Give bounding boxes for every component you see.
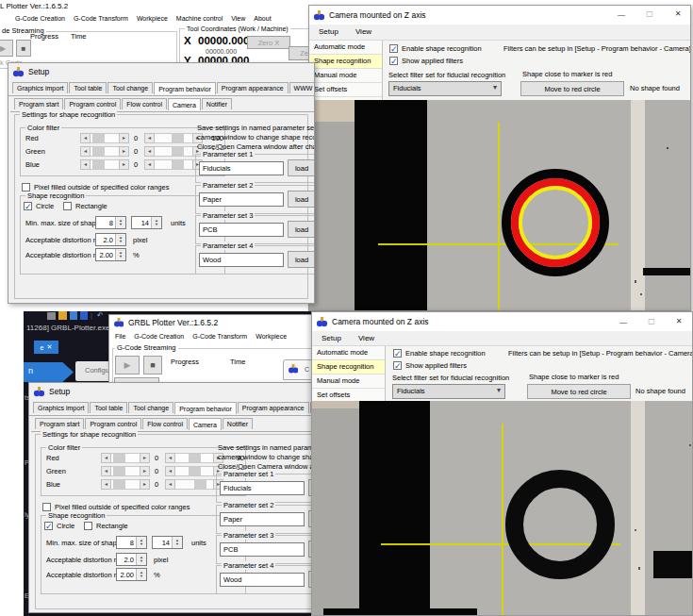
sidebar-item-automatic-mode[interactable]: Automatic mode xyxy=(312,346,385,360)
close-icon[interactable]: ✕ xyxy=(47,343,53,351)
arrow-right-icon[interactable]: ▸ xyxy=(140,479,150,490)
sidebar-item-set-offsets[interactable]: Set offsets xyxy=(309,83,382,97)
camera1-menu-view[interactable]: View xyxy=(355,27,371,37)
tab-tool-change[interactable]: Tool change xyxy=(128,402,173,413)
param-set-4-input[interactable]: Wood xyxy=(199,253,284,267)
menu-gcode-creation[interactable]: G-Code Creation xyxy=(15,15,65,22)
arrow-left-icon[interactable]: ◂ xyxy=(144,146,155,157)
spin-down-icon[interactable]: ▼ xyxy=(140,542,143,546)
dist-min-spinner[interactable]: 2.0▲▼ xyxy=(95,233,126,246)
play-button[interactable]: ▶ xyxy=(0,40,13,57)
size-max-spinner[interactable]: 14▲▼ xyxy=(152,536,183,549)
sidebar-item-manual-mode[interactable]: Manual mode xyxy=(309,69,382,83)
circle-checkbox[interactable]: ✓ xyxy=(24,202,32,210)
spin-down-icon[interactable]: ▼ xyxy=(119,240,123,243)
blue-low-slider[interactable]: ◂▸ xyxy=(101,479,150,490)
stop-button[interactable]: ■ xyxy=(16,40,31,57)
tab-tool-change[interactable]: Tool change xyxy=(107,82,153,93)
subtab-program-control[interactable]: Program control xyxy=(64,98,121,109)
red-low-slider[interactable]: ◂▸ xyxy=(80,133,129,143)
arrow-right-icon[interactable]: ▸ xyxy=(119,159,129,170)
arrow-left-icon[interactable]: ◂ xyxy=(80,146,91,157)
menu-gcode-creation[interactable]: G-Code Creation xyxy=(134,333,184,340)
green-high-slider[interactable]: ◂▸ xyxy=(165,466,223,476)
maximize-icon[interactable]: ▢ xyxy=(644,317,659,325)
pixel-filled-checkbox[interactable] xyxy=(22,183,30,191)
green-low-slider[interactable]: ◂▸ xyxy=(80,146,129,157)
arrow-left-icon[interactable]: ◂ xyxy=(165,466,175,476)
menu-gcode-transform[interactable]: G-Code Transform xyxy=(192,333,247,340)
circle-checkbox[interactable]: ✓ xyxy=(44,522,53,530)
param-set-3-load-button[interactable]: load xyxy=(288,221,315,238)
menu-gcode-transform[interactable]: G-Code Transform xyxy=(74,15,128,22)
save-icon[interactable] xyxy=(70,311,77,320)
param-set-2-input[interactable]: Paper xyxy=(199,192,284,207)
play-button[interactable]: ▶ xyxy=(115,356,140,375)
camera1-menu-setup[interactable]: Setup xyxy=(319,27,338,37)
tab-tool-table[interactable]: Tool table xyxy=(69,82,107,93)
param-set-2-load-button[interactable]: load xyxy=(288,191,315,208)
ide-toolbar-icon[interactable] xyxy=(47,312,56,320)
subtab-camera[interactable]: Camera xyxy=(189,418,222,430)
minimize-icon[interactable]: — xyxy=(614,10,629,19)
param-set-4-load-button[interactable]: load xyxy=(288,251,315,268)
arrow-left-icon[interactable]: ◂ xyxy=(101,479,111,490)
zero-x-button[interactable]: Zero X xyxy=(247,36,290,49)
move-to-red-circle-button[interactable]: Move to red circle xyxy=(527,384,631,399)
minimize-icon[interactable]: — xyxy=(616,318,631,326)
param-set-2-input[interactable]: Paper xyxy=(220,512,305,526)
dist-max-spinner[interactable]: 2.00▲▼ xyxy=(95,248,126,261)
param-set-3-input[interactable]: PCB xyxy=(220,542,305,557)
move-to-red-circle-button[interactable]: Move to red circle xyxy=(520,81,624,96)
arrow-left-icon[interactable]: ◂ xyxy=(165,479,175,490)
size-min-spinner[interactable]: 8▲▼ xyxy=(95,216,126,229)
arrow-right-icon[interactable]: ▸ xyxy=(140,453,150,463)
arrow-left-icon[interactable]: ◂ xyxy=(80,159,91,170)
blue-high-slider[interactable]: ◂▸ xyxy=(165,479,223,490)
filter-set-dropdown[interactable]: Fiducials ▾ xyxy=(388,81,502,96)
folder-icon[interactable] xyxy=(58,311,67,320)
save-all-icon[interactable] xyxy=(80,311,88,320)
arrow-left-icon[interactable]: ◂ xyxy=(165,453,175,463)
maximize-icon[interactable]: ▢ xyxy=(642,9,657,18)
param-set-1-input[interactable]: Fiducials xyxy=(199,161,284,175)
rectangle-checkbox[interactable] xyxy=(84,522,92,530)
red-high-slider[interactable]: ◂▸ xyxy=(165,453,223,463)
enable-shape-checkbox[interactable]: ✓ xyxy=(389,44,398,53)
tab-graphics-import[interactable]: Graphics import xyxy=(12,82,68,93)
spin-down-icon[interactable]: ▼ xyxy=(119,255,123,258)
blue-high-slider[interactable]: ◂▸ xyxy=(144,159,203,170)
size-min-spinner[interactable]: 8▲▼ xyxy=(116,536,147,549)
camera2-menu-view[interactable]: View xyxy=(358,334,374,343)
menu-about[interactable]: About xyxy=(254,15,271,22)
subtab-program-start[interactable]: Program start xyxy=(35,418,84,429)
subtab-flow-control[interactable]: Flow control xyxy=(142,418,188,429)
sidebar-item-shape-recognition[interactable]: Shape recognition xyxy=(312,360,385,375)
close-icon[interactable]: ✕ xyxy=(671,317,686,325)
spin-down-icon[interactable]: ▼ xyxy=(140,574,143,578)
red-low-slider[interactable]: ◂▸ xyxy=(101,453,150,463)
spin-down-icon[interactable]: ▼ xyxy=(140,559,143,563)
tab-www-links[interactable]: WWW Links xyxy=(289,82,315,93)
blue-low-slider[interactable]: ◂▸ xyxy=(80,159,129,170)
stop-button[interactable]: ■ xyxy=(143,356,162,375)
show-filters-checkbox[interactable]: ✓ xyxy=(389,57,398,65)
ide-document-tab[interactable]: e ✕ xyxy=(34,341,58,354)
tab-graphics-import[interactable]: Graphics import xyxy=(33,402,89,413)
pixel-filled-checkbox[interactable] xyxy=(42,503,51,511)
arrow-left-icon[interactable]: ◂ xyxy=(144,133,155,143)
menu-file[interactable]: File xyxy=(115,333,125,340)
param-set-1-input[interactable]: Fiducials xyxy=(220,481,305,495)
sidebar-item-automatic-mode[interactable]: Automatic mode xyxy=(309,41,382,55)
close-icon[interactable]: ✕ xyxy=(670,9,685,18)
camera2-menu-setup[interactable]: Setup xyxy=(322,334,341,343)
subtab-flow-control[interactable]: Flow control xyxy=(122,98,167,109)
arrow-right-icon[interactable]: ▸ xyxy=(119,133,129,143)
tab-tool-table[interactable]: Tool table xyxy=(90,402,127,413)
subtab-program-control[interactable]: Program control xyxy=(85,418,141,429)
param-set-3-input[interactable]: PCB xyxy=(199,223,284,237)
param-set-4-input[interactable]: Wood xyxy=(220,573,305,587)
show-filters-checkbox[interactable]: ✓ xyxy=(393,361,402,370)
arrow-left-icon[interactable]: ◂ xyxy=(101,453,111,463)
filter-set-dropdown[interactable]: Fiducials ▾ xyxy=(392,384,505,399)
